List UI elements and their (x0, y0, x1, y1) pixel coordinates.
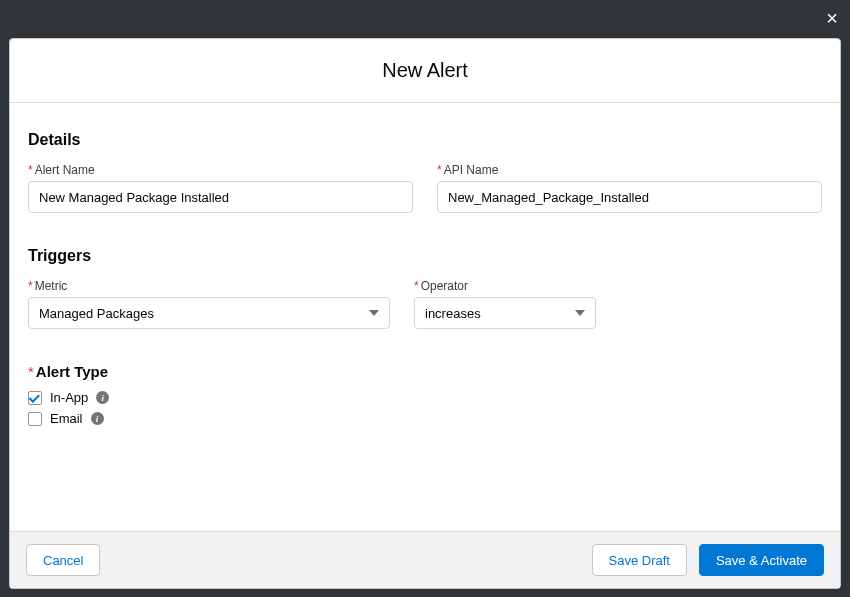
info-icon[interactable]: i (91, 412, 104, 425)
alert-type-section: *Alert Type In-App i Email i (28, 363, 822, 426)
alert-type-heading: *Alert Type (28, 363, 822, 380)
metric-label: * Metric (28, 279, 390, 293)
save-draft-button[interactable]: Save Draft (592, 544, 687, 576)
modal-body: Details * Alert Name * API Name (10, 103, 840, 531)
new-alert-modal: New Alert Details * Alert Name * API Nam… (9, 38, 841, 589)
api-name-input[interactable] (437, 181, 822, 213)
modal-footer: Cancel Save Draft Save & Activate (10, 531, 840, 588)
required-indicator: * (28, 363, 34, 380)
alert-name-label: * Alert Name (28, 163, 413, 177)
metric-select-value: Managed Packages (39, 306, 154, 321)
required-indicator: * (28, 163, 33, 177)
operator-select[interactable]: increases (414, 297, 596, 329)
required-indicator: * (437, 163, 442, 177)
close-icon[interactable]: × (826, 8, 838, 28)
required-indicator: * (28, 279, 33, 293)
details-heading: Details (28, 131, 822, 149)
modal-header: New Alert (10, 39, 840, 103)
metric-select[interactable]: Managed Packages (28, 297, 390, 329)
modal-title: New Alert (10, 59, 840, 82)
alert-type-heading-text: Alert Type (36, 363, 108, 380)
email-checkbox[interactable] (28, 412, 42, 426)
operator-label: * Operator (414, 279, 596, 293)
metric-field-group: * Metric Managed Packages (28, 279, 390, 329)
cancel-button[interactable]: Cancel (26, 544, 100, 576)
in-app-row: In-App i (28, 390, 822, 405)
metric-label-text: Metric (35, 279, 68, 293)
alert-name-input[interactable] (28, 181, 413, 213)
triggers-heading: Triggers (28, 247, 822, 265)
in-app-label: In-App (50, 390, 88, 405)
details-section: Details * Alert Name * API Name (28, 131, 822, 213)
operator-label-text: Operator (421, 279, 468, 293)
api-name-label: * API Name (437, 163, 822, 177)
chevron-down-icon (575, 310, 585, 316)
in-app-checkbox[interactable] (28, 391, 42, 405)
chevron-down-icon (369, 310, 379, 316)
email-label: Email (50, 411, 83, 426)
required-indicator: * (414, 279, 419, 293)
operator-select-value: increases (425, 306, 481, 321)
api-name-field-group: * API Name (437, 163, 822, 213)
email-row: Email i (28, 411, 822, 426)
alert-name-label-text: Alert Name (35, 163, 95, 177)
operator-field-group: * Operator increases (414, 279, 596, 329)
alert-name-field-group: * Alert Name (28, 163, 413, 213)
triggers-section: Triggers * Metric Managed Packages (28, 247, 822, 329)
api-name-label-text: API Name (444, 163, 499, 177)
save-activate-button[interactable]: Save & Activate (699, 544, 824, 576)
info-icon[interactable]: i (96, 391, 109, 404)
